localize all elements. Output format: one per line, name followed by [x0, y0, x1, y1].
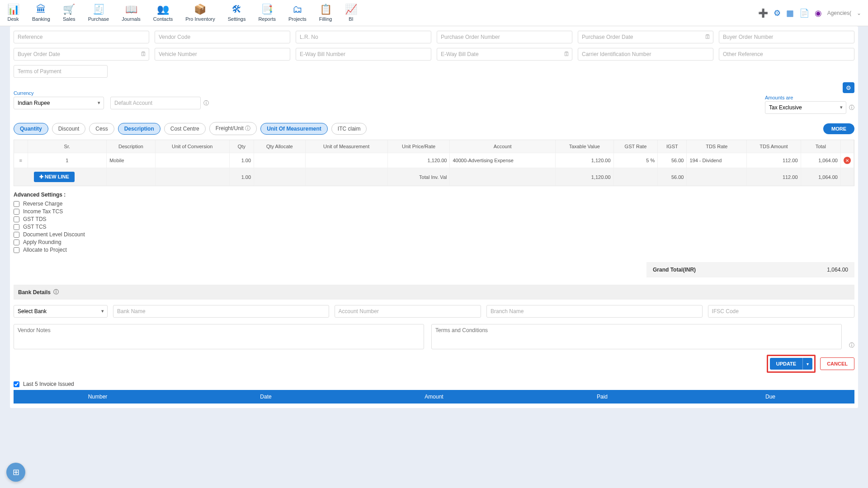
nav-projects[interactable]: 🗂Projects	[288, 4, 307, 22]
cell-uom[interactable]	[305, 153, 387, 168]
col-paid: Paid	[518, 390, 686, 404]
ifsc-input[interactable]	[708, 305, 854, 318]
nav-settings[interactable]: 🛠Settings	[228, 4, 246, 22]
th-rate: Unit Price/Rate	[387, 140, 450, 153]
pill-discount[interactable]: Discount	[52, 123, 86, 135]
cell-sr[interactable]: 1	[28, 153, 107, 168]
col-date: Date	[182, 390, 350, 404]
pill-freight[interactable]: Freight/Unit ⓘ	[209, 122, 257, 135]
eway-bill-number-input[interactable]	[296, 48, 431, 61]
total-inv-val-label: Total Inv. Val	[387, 168, 450, 186]
circle-icon[interactable]: ◉	[815, 8, 822, 18]
chevron-down-icon[interactable]: ⌄	[857, 10, 861, 16]
cell-rate[interactable]: 1,120.00	[387, 153, 450, 168]
sales-icon: 🛒	[63, 4, 75, 15]
select-bank[interactable]: Select Bank	[14, 305, 108, 318]
col-number: Number	[14, 390, 182, 404]
vendor-notes-textarea[interactable]	[14, 324, 424, 349]
account-number-input[interactable]	[335, 305, 481, 318]
carrier-id-input[interactable]	[578, 48, 713, 61]
update-dropdown-button[interactable]: ▾	[802, 358, 812, 370]
cell-qty-alloc[interactable]	[254, 153, 305, 168]
agencies-label[interactable]: Agencies(	[827, 10, 851, 16]
drag-handle-icon[interactable]: ≡	[19, 158, 22, 163]
terms-payment-input[interactable]	[14, 65, 108, 78]
pill-description[interactable]: Description	[118, 123, 160, 135]
bi-icon: 📈	[344, 4, 357, 15]
cancel-button[interactable]: CANCEL	[820, 357, 854, 370]
check-doc-discount[interactable]: Document Level Discount	[14, 231, 854, 238]
currency-select[interactable]: Indian Rupee	[14, 97, 104, 109]
bank-name-input[interactable]	[113, 305, 329, 318]
info-icon[interactable]: ⓘ	[53, 288, 59, 296]
nav-bi[interactable]: 📈BI	[344, 4, 357, 22]
update-button[interactable]: UPDATE	[770, 358, 802, 370]
th-igst: IGST	[658, 140, 687, 153]
last5-checkbox[interactable]	[14, 381, 19, 387]
nav-reports[interactable]: 📑Reports	[258, 4, 276, 22]
calendar-icon[interactable]: 🗓	[564, 51, 570, 57]
check-apply-rounding[interactable]: Apply Rounding	[14, 239, 854, 245]
po-date-input[interactable]	[578, 31, 713, 43]
check-gst-tcs[interactable]: GST TCS	[14, 224, 854, 230]
nav-banking[interactable]: 🏛Banking	[32, 4, 50, 22]
buyer-order-number-input[interactable]	[719, 31, 854, 43]
info-icon[interactable]: ⓘ	[203, 99, 209, 107]
cell-desc[interactable]: Mobile	[107, 153, 156, 168]
settings-gear-button[interactable]: ⚙	[843, 82, 854, 93]
lr-no-input[interactable]	[296, 31, 431, 43]
calendar-icon[interactable]: 🗓	[141, 51, 146, 57]
check-income-tax-tcs[interactable]: Income Tax TCS	[14, 208, 854, 215]
check-allocate-project[interactable]: Allocate to Project	[14, 247, 854, 253]
nav-pro-inventory[interactable]: 📦Pro Inventory	[185, 4, 215, 22]
cell-gst-rate[interactable]: 5 %	[613, 153, 658, 168]
check-gst-tds[interactable]: GST TDS	[14, 216, 854, 222]
amounts-select[interactable]: Tax Exclusive	[765, 101, 846, 114]
grand-total: Grand Total(INR) 1,064.00	[646, 262, 854, 277]
po-number-input[interactable]	[437, 31, 572, 43]
terms-conditions-textarea[interactable]	[431, 324, 842, 349]
other-reference-input[interactable]	[719, 48, 854, 61]
more-button[interactable]: MORE	[823, 123, 854, 134]
nav-sales[interactable]: 🛒Sales	[63, 4, 75, 22]
nav-filling[interactable]: 📋Filling	[319, 4, 332, 22]
nav-contacts[interactable]: 👥Contacts	[153, 4, 173, 22]
cell-tds-amount[interactable]: 112.00	[747, 153, 801, 168]
vehicle-number-input[interactable]	[155, 48, 290, 61]
plus-icon[interactable]: ➕	[758, 8, 768, 18]
vendor-code-input[interactable]	[155, 31, 290, 43]
pill-quantity[interactable]: Quantity	[14, 123, 48, 135]
cell-account[interactable]: 40000-Advertising Expense	[450, 153, 556, 168]
th-desc: Description	[107, 140, 156, 153]
pill-uom[interactable]: Unit Of Measurement	[260, 123, 328, 135]
pill-itc[interactable]: ITC claim	[331, 123, 367, 135]
grand-total-label: Grand Total(INR)	[653, 267, 696, 273]
eway-bill-date-input[interactable]	[437, 48, 572, 61]
buyer-order-date-input[interactable]	[14, 48, 149, 61]
info-icon[interactable]: ⓘ	[849, 104, 854, 112]
cell-igst[interactable]: 56.00	[658, 153, 687, 168]
reference-input[interactable]	[14, 31, 149, 43]
branch-name-input[interactable]	[486, 305, 703, 318]
nav-desk[interactable]: 📊Desk	[7, 4, 19, 22]
delete-row-button[interactable]: ✕	[844, 157, 851, 164]
info-icon[interactable]: ⓘ	[849, 342, 854, 349]
new-line-button[interactable]: ✚ NEW LINE	[34, 172, 75, 182]
cell-qty[interactable]: 1.00	[229, 153, 254, 168]
pill-cess[interactable]: Cess	[89, 123, 114, 135]
table-row[interactable]: ≡ 1 Mobile 1.00 1,120.00 40000-Advertisi…	[14, 153, 854, 168]
gear-icon[interactable]: ⚙	[774, 8, 781, 18]
nav-journals[interactable]: 📖Journals	[122, 4, 141, 22]
pill-cost-centre[interactable]: Cost Centre	[164, 123, 206, 135]
check-reverse-charge[interactable]: Reverse Charge	[14, 201, 854, 207]
cell-tds-rate[interactable]: 194 - Dividend	[687, 153, 747, 168]
cell-conv[interactable]	[155, 153, 229, 168]
nav-purchase[interactable]: 🧾Purchase	[88, 4, 109, 22]
cell-taxable[interactable]: 1,120.00	[555, 153, 613, 168]
cell-total[interactable]: 1,064.00	[801, 153, 840, 168]
th-sr: Sr.	[28, 140, 107, 153]
apps-icon[interactable]: ▦	[786, 8, 794, 18]
default-account-input[interactable]	[110, 97, 201, 109]
doc-icon[interactable]: 📄	[799, 8, 809, 18]
calendar-icon[interactable]: 🗓	[705, 33, 711, 40]
